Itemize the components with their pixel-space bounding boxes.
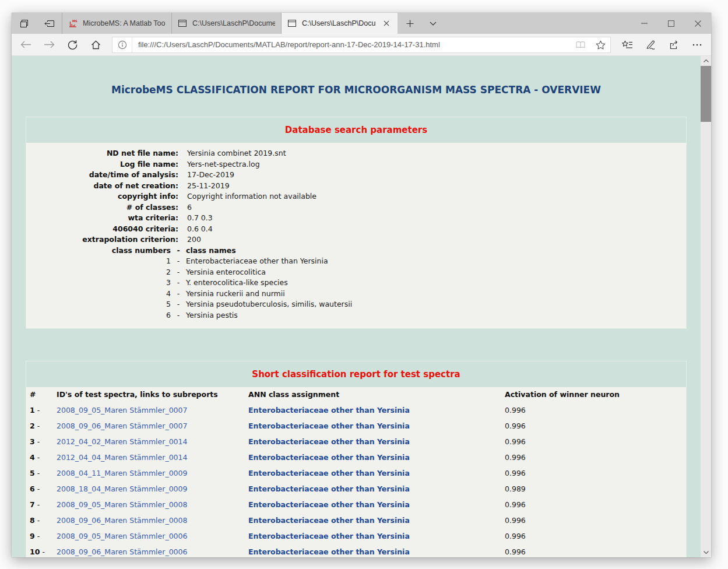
spectrum-id-cell: 2008_09_05_Maren Stämmler_0006 — [57, 528, 248, 544]
report-page: MicrobeMS CLASSIFICATION REPORT FOR MICR… — [12, 56, 701, 557]
tab-report-1[interactable]: C:\Users\LaschP\Documents — [171, 13, 281, 34]
site-info-icon[interactable] — [112, 37, 132, 52]
row-number-cell: 8 - — [26, 512, 57, 528]
favorites-hub-button[interactable] — [616, 36, 639, 54]
tab-title: C:\Users\LaschP\Docum — [302, 19, 376, 27]
web-note-button[interactable] — [639, 36, 662, 54]
ann-class-cell: Enterobacteriaceae other than Yersinia — [248, 402, 505, 418]
class-name: Y. enterocolitica-like species — [186, 278, 288, 289]
class-row: 3 - Y. enterocolitica-like species — [26, 278, 686, 289]
back-button[interactable] — [14, 36, 37, 54]
class-name: Yersinia enterocolitica — [186, 267, 266, 278]
class-row: 4 - Yersinia ruckerii and nurmii — [26, 289, 686, 300]
param-label: Log file name: — [26, 159, 178, 170]
new-tab-button[interactable] — [398, 13, 422, 34]
param-value: 17-Dec-2019 — [187, 170, 234, 181]
class-number: 5 — [26, 299, 171, 310]
class-row: 6 - Yersinia pestis — [26, 310, 686, 321]
reading-view-button[interactable] — [571, 37, 590, 52]
activation-cell: 0.996 — [505, 544, 686, 557]
spectrum-subreport-link[interactable]: 2012_04_02_Maren Stämmler_0014 — [57, 437, 187, 446]
refresh-button[interactable] — [61, 36, 84, 54]
spectrum-subreport-link[interactable]: 2008_18_04_Maren Stämmler_0009 — [57, 484, 187, 493]
ann-class-cell: Enterobacteriaceae other than Yersinia — [248, 497, 505, 512]
report-title: MicrobeMS CLASSIFICATION REPORT FOR MICR… — [12, 84, 701, 96]
spectrum-subreport-link[interactable]: 2008_09_06_Maren Stämmler_0008 — [57, 516, 187, 525]
ann-class-assignment: Enterobacteriaceae other than Yersinia — [248, 547, 410, 556]
add-favorite-button[interactable] — [590, 37, 610, 52]
spectrum-subreport-link[interactable]: 2008_09_05_Maren Stämmler_0006 — [57, 532, 187, 540]
spectrum-id-cell: 2008_09_06_Maren Stämmler_0007 — [57, 418, 248, 434]
row-number: 1 — [30, 406, 35, 415]
dash-separator: - — [171, 299, 186, 310]
tab-report-2-active[interactable]: C:\Users\LaschP\Docum — [281, 13, 398, 34]
scroll-down-button[interactable] — [701, 547, 711, 557]
activation-cell: 0.996 — [505, 434, 686, 449]
class-numbers-label: class numbers — [26, 245, 171, 257]
spectrum-subreport-link[interactable]: 2008_09_06_Maren Stämmler_0007 — [57, 422, 187, 430]
spectrum-subreport-link[interactable]: 2008_09_05_Maren Stämmler_0008 — [57, 500, 187, 509]
maximize-icon — [668, 20, 674, 27]
activation-cell: 0.996 — [505, 402, 686, 418]
class-number: 6 — [26, 310, 171, 321]
home-button[interactable] — [84, 36, 107, 54]
row-number: 8 — [30, 516, 35, 525]
row-number: 7 — [30, 500, 35, 509]
spectrum-id-cell: 2012_04_04_Maren Stämmler_0014 — [57, 449, 248, 465]
table-row: 8 - 2008_09_06_Maren Stämmler_0008 Enter… — [26, 512, 686, 528]
close-window-button[interactable] — [684, 13, 711, 34]
tab-microbems[interactable]: MS MicrobeMS: A Matlab Toolb — [62, 13, 171, 34]
titlebar-drag-area — [444, 13, 631, 34]
navigation-toolbar: file:///C:/Users/LaschP/Documents/MATLAB… — [12, 34, 711, 56]
classification-table: # ID's of test spectra, links to subrepo… — [26, 387, 686, 557]
tab-close-icon[interactable] — [381, 18, 392, 29]
ann-class-assignment: Enterobacteriaceae other than Yersinia — [248, 453, 410, 462]
page-icon — [287, 19, 297, 27]
ann-class-assignment: Enterobacteriaceae other than Yersinia — [248, 422, 410, 430]
row-number-cell: 3 - — [26, 434, 57, 449]
row-number-cell: 5 - — [26, 465, 57, 481]
column-header-ids: ID's of test spectra, links to subreport… — [57, 387, 248, 402]
activation-cell: 0.996 — [505, 512, 686, 528]
tab-preview-button[interactable] — [12, 13, 37, 34]
svg-text:MS: MS — [72, 19, 78, 23]
classification-section-body: # ID's of test spectra, links to subrepo… — [26, 387, 686, 557]
class-name: Enterobacteriaceae other than Yersinia — [186, 256, 328, 267]
maximize-button[interactable] — [657, 13, 684, 34]
class-names-label: class names — [186, 245, 236, 257]
url-text[interactable]: file:///C:/Users/LaschP/Documents/MATLAB… — [132, 40, 571, 49]
ann-class-assignment: Enterobacteriaceae other than Yersinia — [248, 469, 410, 477]
scrollbar-thumb[interactable] — [701, 66, 711, 122]
address-bar[interactable]: file:///C:/Users/LaschP/Documents/MATLAB… — [112, 37, 611, 53]
minimize-button[interactable] — [631, 13, 657, 34]
set-tabs-aside-button[interactable] — [37, 13, 62, 34]
class-list-header: class numbers - class names — [26, 245, 686, 257]
ann-class-assignment: Enterobacteriaceae other than Yersinia — [248, 437, 410, 446]
param-value: 0.7 0.3 — [187, 213, 213, 224]
param-label: # of classes: — [26, 202, 178, 213]
spectrum-id-cell: 2008_18_04_Maren Stämmler_0009 — [57, 481, 248, 497]
ann-class-cell: Enterobacteriaceae other than Yersinia — [248, 449, 505, 465]
spectrum-subreport-link[interactable]: 2008_09_06_Maren Stämmler_0006 — [57, 547, 187, 556]
forward-button[interactable] — [37, 36, 61, 54]
row-number: 9 — [30, 532, 35, 540]
spectrum-subreport-link[interactable]: 2008_09_05_Maren Stämmler_0007 — [57, 406, 187, 415]
vertical-scrollbar[interactable] — [701, 56, 711, 557]
chevron-down-icon — [704, 551, 709, 554]
scroll-up-button[interactable] — [701, 56, 711, 66]
spectrum-subreport-link[interactable]: 2008_04_11_Maren Stämmler_0009 — [57, 469, 187, 477]
ann-class-cell: Enterobacteriaceae other than Yersinia — [248, 418, 505, 434]
ann-class-cell: Enterobacteriaceae other than Yersinia — [248, 434, 505, 449]
spectrum-subreport-link[interactable]: 2012_04_04_Maren Stämmler_0014 — [57, 453, 187, 462]
favorites-hub-icon — [622, 40, 633, 49]
share-button[interactable] — [662, 36, 685, 54]
ann-class-cell: Enterobacteriaceae other than Yersinia — [248, 465, 505, 481]
table-row: 7 - 2008_09_05_Maren Stämmler_0008 Enter… — [26, 497, 686, 512]
settings-more-button[interactable] — [685, 36, 709, 54]
params-section-body: ND net file name: Yersinia combinet 2019… — [26, 143, 686, 328]
table-row: 6 - 2008_18_04_Maren Stämmler_0009 Enter… — [26, 481, 686, 497]
back-arrow-icon — [20, 41, 31, 48]
activation-cell: 0.996 — [505, 497, 686, 512]
spectrum-id-cell: 2008_09_05_Maren Stämmler_0008 — [57, 497, 248, 512]
tab-list-button[interactable] — [422, 13, 444, 34]
